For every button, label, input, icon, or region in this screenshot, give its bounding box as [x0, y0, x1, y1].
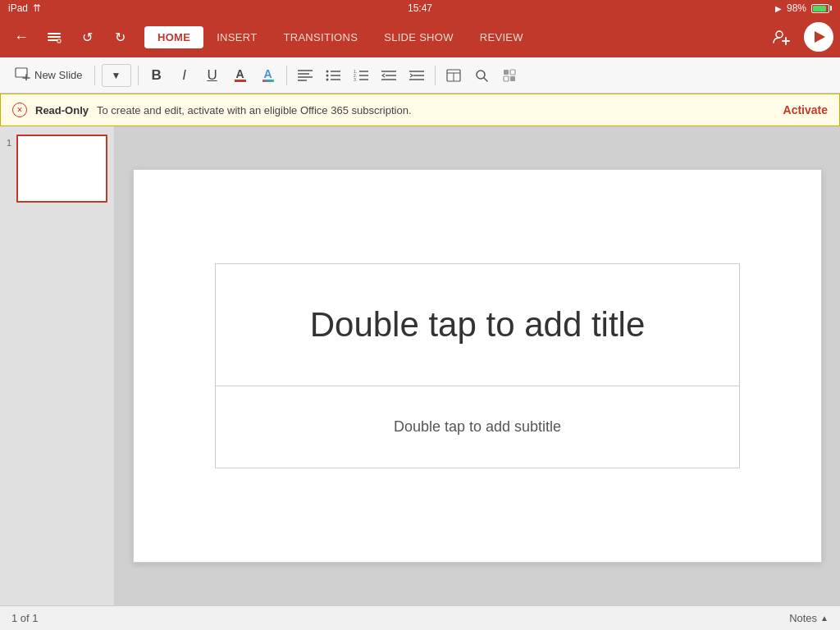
- font-style-bar: [262, 80, 274, 82]
- numbered-list-button[interactable]: 1. 2. 3.: [348, 62, 374, 89]
- title-placeholder[interactable]: Double tap to add title: [215, 263, 740, 386]
- svg-line-36: [484, 78, 487, 81]
- readonly-banner: × Read-Only To create and edit, activate…: [0, 94, 840, 126]
- table-button[interactable]: [441, 62, 467, 89]
- status-bar: iPad ⇈ 15:47 ▶ 98%: [0, 0, 840, 16]
- svg-point-4: [776, 31, 783, 38]
- slide-number-1: 1: [7, 138, 11, 148]
- decrease-indent-button[interactable]: [376, 62, 402, 89]
- main-area: 1 Double tap to add title Double tap to …: [0, 126, 840, 605]
- canvas-area: Double tap to add title Double tap to ad…: [115, 126, 840, 605]
- svg-rect-38: [510, 70, 515, 75]
- redo-button[interactable]: ↻: [105, 22, 135, 52]
- tab-insert[interactable]: INSERT: [203, 26, 270, 48]
- subtitle-placeholder-text: Double tap to add subtitle: [394, 418, 561, 436]
- time: 15:47: [408, 2, 432, 14]
- font-style-letter: A: [263, 68, 272, 80]
- add-user-button[interactable]: [766, 22, 796, 52]
- play-icon: [815, 31, 825, 43]
- svg-rect-40: [510, 76, 515, 81]
- activate-button[interactable]: Activate: [783, 103, 828, 116]
- svg-rect-0: [48, 33, 61, 34]
- underline-button[interactable]: U: [199, 62, 226, 89]
- undo-button[interactable]: ↺: [72, 22, 102, 52]
- bottom-bar: 1 of 1 Notes ▲: [0, 605, 840, 630]
- more-options-button[interactable]: [496, 62, 523, 89]
- bullet-list-button[interactable]: [320, 62, 346, 89]
- slide-count: 1 of 1: [11, 612, 39, 624]
- svg-rect-37: [504, 70, 509, 75]
- back-button[interactable]: ←: [7, 22, 36, 52]
- svg-rect-39: [504, 76, 509, 81]
- svg-point-16: [326, 74, 328, 76]
- nav-tabs: HOME INSERT TRANSITIONS SLIDE SHOW REVIE…: [144, 26, 536, 48]
- notes-label: Notes: [789, 612, 817, 624]
- bold-button[interactable]: B: [144, 62, 170, 89]
- tab-review[interactable]: REVIEW: [467, 26, 536, 48]
- svg-point-14: [326, 70, 328, 72]
- divider-2: [138, 66, 139, 85]
- italic-button[interactable]: I: [171, 62, 198, 89]
- title-placeholder-text: Double tap to add title: [310, 305, 646, 345]
- font-color-letter: A: [235, 68, 244, 80]
- location-icon: ▶: [775, 4, 782, 13]
- divider-1: [94, 66, 95, 85]
- font-size-selector[interactable]: ▼: [102, 64, 131, 87]
- chevron-up-icon: ▲: [820, 614, 829, 623]
- battery-icon: [811, 4, 832, 13]
- banner-message: To create and edit, activate with an eli…: [97, 104, 411, 116]
- toolbar: New Slide ▼ B I U A A: [0, 57, 840, 94]
- font-size-value: ▼: [112, 70, 121, 81]
- slide-panel: 1: [0, 126, 115, 605]
- close-icon: ×: [16, 104, 22, 116]
- align-button[interactable]: [292, 62, 318, 89]
- tab-home[interactable]: HOME: [144, 26, 203, 48]
- notes-button[interactable]: Notes ▲: [789, 612, 829, 624]
- svg-text:3.: 3.: [354, 77, 357, 81]
- status-left: iPad ⇈: [8, 2, 41, 14]
- wifi-icon: ⇈: [33, 2, 41, 14]
- font-style-button[interactable]: A: [255, 62, 281, 89]
- tab-transitions[interactable]: TRANSITIONS: [270, 26, 371, 48]
- font-color-button[interactable]: A: [227, 62, 253, 89]
- readonly-label: Read-Only: [35, 104, 89, 116]
- banner-close-button[interactable]: ×: [12, 103, 27, 117]
- slide-item-1[interactable]: 1: [7, 135, 107, 203]
- subtitle-placeholder[interactable]: Double tap to add subtitle: [215, 386, 740, 468]
- increase-indent-button[interactable]: [404, 62, 430, 89]
- new-slide-button[interactable]: New Slide: [8, 64, 89, 86]
- nav-bar: ← ↺ ↻ HOME INSERT TRANSITIONS SLIDE SHOW…: [0, 16, 840, 57]
- device-label: iPad: [8, 2, 28, 14]
- status-right: ▶ 98%: [775, 2, 832, 14]
- svg-rect-3: [57, 39, 61, 43]
- svg-rect-1: [48, 36, 61, 38]
- svg-point-18: [326, 78, 328, 80]
- divider-4: [435, 66, 436, 85]
- font-color-bar: [235, 80, 246, 82]
- search-button[interactable]: [468, 62, 495, 89]
- slide-canvas[interactable]: Double tap to add title Double tap to ad…: [133, 169, 822, 563]
- tab-slideshow[interactable]: SLIDE SHOW: [371, 26, 467, 48]
- play-button[interactable]: [804, 22, 833, 52]
- divider-3: [286, 66, 287, 85]
- slide-thumbnail-1[interactable]: [16, 135, 107, 203]
- time-display: 15:47: [408, 2, 432, 14]
- nav-right: [766, 22, 833, 52]
- home-button[interactable]: [39, 22, 69, 52]
- battery-percent: 98%: [787, 2, 806, 14]
- slide-thumbnail-icon: [15, 67, 31, 83]
- new-slide-label: New Slide: [34, 69, 83, 81]
- svg-rect-7: [16, 68, 27, 77]
